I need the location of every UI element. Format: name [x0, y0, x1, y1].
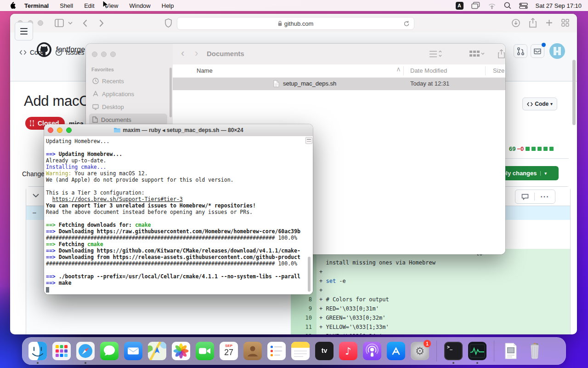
- terminal-line: [46, 267, 313, 273]
- reload-icon[interactable]: [404, 21, 409, 27]
- address-bar[interactable]: github.com: [177, 17, 414, 30]
- spotlight-icon[interactable]: [504, 2, 511, 9]
- dock-terminal-icon[interactable]: >_: [444, 342, 463, 360]
- pull-request-button[interactable]: [514, 44, 527, 58]
- finder-minimize-button[interactable]: [101, 52, 107, 57]
- diff-row: 11+ YELLOW='\033[1;33m': [291, 322, 570, 332]
- sidebar-item-recents[interactable]: Recents: [86, 75, 173, 87]
- menu-window[interactable]: Window: [130, 2, 151, 9]
- group-view-icon[interactable]: [469, 50, 485, 58]
- input-source-icon[interactable]: A: [456, 2, 464, 10]
- diffstat-block: [531, 147, 536, 151]
- terminal-screen[interactable]: Updating Homebrew...==> Updating Homebre…: [44, 136, 313, 294]
- column-size[interactable]: Size: [493, 67, 504, 74]
- sidebar-scrollbar[interactable]: [170, 68, 172, 117]
- column-headers: Name ᐱ Date Modified Size Kind: [173, 64, 505, 78]
- finder-zoom-button[interactable]: [110, 52, 116, 57]
- diff-code: + BLUE='\033[0;34m': [317, 332, 570, 334]
- new-tab-icon[interactable]: [546, 19, 553, 26]
- tab-code[interactable]: Code: [19, 49, 45, 56]
- column-name[interactable]: Name: [197, 67, 213, 74]
- dock-document-icon[interactable]: [502, 342, 520, 360]
- forward-icon[interactable]: [99, 19, 104, 27]
- dock-activity-monitor-icon[interactable]: [468, 342, 486, 360]
- finder-close-button[interactable]: [92, 52, 97, 57]
- back-icon[interactable]: [83, 19, 87, 27]
- file-name: setup_mac_deps.sh: [283, 80, 336, 87]
- avatar[interactable]: [549, 43, 565, 59]
- dock-maps-icon[interactable]: [148, 342, 166, 360]
- dock-facetime-icon[interactable]: [196, 342, 214, 360]
- terminal-title-text: maxim — ruby ◂ setup_mac_deps.sh — 80×24: [123, 127, 243, 133]
- calendar-day: 27: [220, 348, 238, 357]
- dock-photos-icon[interactable]: [172, 342, 190, 360]
- sidebar-item-desktop[interactable]: Desktop: [86, 101, 173, 113]
- diff-line-number: 8: [291, 295, 317, 304]
- column-divider[interactable]: [485, 66, 486, 75]
- dock-calendar-icon[interactable]: SEP 27: [220, 342, 238, 360]
- dock-music-icon[interactable]: ♪: [339, 342, 357, 360]
- dock-contacts-icon[interactable]: [243, 342, 262, 360]
- column-date-modified[interactable]: Date Modified: [410, 67, 447, 74]
- menu-clock[interactable]: Sat 27 Sep 17:10: [536, 2, 582, 9]
- code-icon: [19, 49, 27, 56]
- dock-finder-icon[interactable]: [28, 342, 47, 360]
- diff-code: + set -e: [317, 276, 570, 286]
- menu-help[interactable]: Help: [162, 2, 174, 9]
- dock-appstore-icon[interactable]: [387, 342, 405, 360]
- privacy-shield-icon[interactable]: [165, 18, 172, 28]
- file-row[interactable]: setup_mac_deps.sh Today at 12:31 8 KB Pl…: [173, 78, 505, 90]
- dock-notes-icon[interactable]: [291, 342, 310, 360]
- collapse-chevron-icon[interactable]: [33, 194, 39, 198]
- dock-trash-icon[interactable]: [526, 342, 544, 360]
- stage-manager-icon[interactable]: [471, 2, 480, 9]
- dock-settings-icon[interactable]: ⚙ 1: [411, 342, 429, 360]
- tab-overview-icon[interactable]: [561, 19, 569, 27]
- file-icon: [273, 80, 279, 87]
- control-center-icon[interactable]: [519, 3, 528, 9]
- apple-icon[interactable]: [9, 1, 16, 10]
- downloads-icon[interactable]: [512, 19, 520, 27]
- diff-row: + set -e: [291, 276, 570, 286]
- menu-shell[interactable]: Shell: [60, 2, 73, 9]
- expand-icon[interactable]: ⋯: [33, 209, 36, 216]
- terminal-line: You can report Tier 3 unrelated issues t…: [46, 202, 313, 209]
- sidebar-item-applications[interactable]: Applications: [86, 88, 173, 100]
- comment-icon[interactable]: [521, 193, 529, 200]
- code-dropdown-button[interactable]: Code ▾: [522, 98, 557, 110]
- diffstat-block: [549, 147, 554, 151]
- wifi-icon[interactable]: [488, 2, 496, 9]
- menu-app-name[interactable]: Terminal: [24, 2, 49, 9]
- forward-icon[interactable]: ›: [195, 47, 198, 59]
- menu-bar: Terminal Shell Edit View Window Help A S…: [0, 0, 588, 11]
- dock-messages-icon[interactable]: [100, 342, 119, 360]
- menu-edit[interactable]: Edit: [84, 2, 94, 9]
- github-menu-button[interactable]: [15, 22, 33, 40]
- split-pane-button[interactable]: [305, 137, 312, 144]
- share-icon[interactable]: [529, 18, 537, 28]
- dock-reminders-icon[interactable]: [267, 342, 286, 360]
- inbox-button[interactable]: [531, 44, 544, 60]
- back-icon[interactable]: ‹: [181, 47, 184, 59]
- code-icon: [527, 102, 533, 107]
- share-icon[interactable]: [498, 49, 505, 58]
- dock-mail-icon[interactable]: [124, 342, 142, 360]
- dock-podcasts-icon[interactable]: [363, 342, 381, 360]
- dock-safari-icon[interactable]: [76, 342, 95, 360]
- dock-launchpad-icon[interactable]: [52, 342, 71, 360]
- safari-zoom-button[interactable]: [38, 20, 43, 26]
- tab-code-label: Code: [30, 49, 45, 56]
- applications-icon: [92, 91, 99, 97]
- sidebar-item-label: Desktop: [102, 104, 124, 110]
- tab-issues[interactable]: Issues: [55, 49, 84, 56]
- dock-appletv-icon[interactable]: tv: [315, 342, 334, 360]
- page-scrollbar[interactable]: [572, 60, 576, 125]
- chevron-down-icon[interactable]: [68, 22, 73, 25]
- terminal-scrollbar[interactable]: [308, 257, 311, 292]
- terminal-title: maxim — ruby ◂ setup_mac_deps.sh — 80×24: [44, 127, 313, 133]
- list-view-icon[interactable]: [429, 50, 443, 58]
- sidebar-icon[interactable]: [55, 19, 64, 27]
- kebab-icon[interactable]: ···: [541, 193, 549, 201]
- code-dropdown-label: Code: [535, 101, 548, 107]
- column-divider[interactable]: [403, 66, 404, 75]
